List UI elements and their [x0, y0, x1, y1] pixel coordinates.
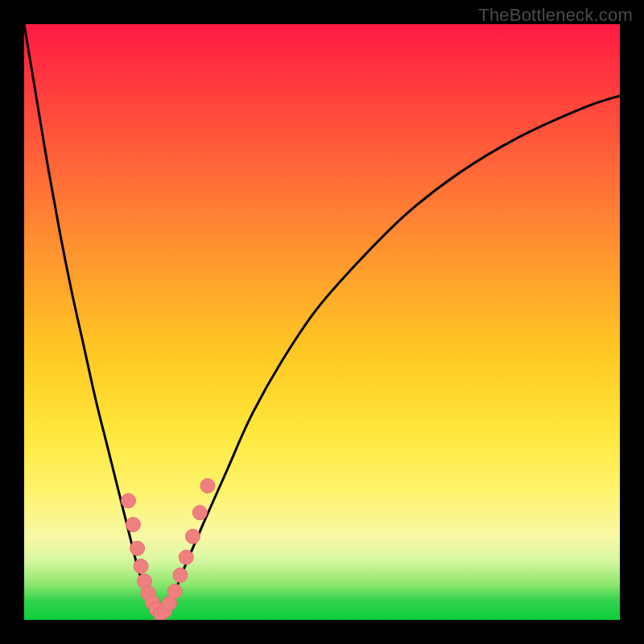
chart-frame: TheBottleneck.com	[0, 0, 644, 644]
marker-point	[192, 506, 207, 520]
bottleneck-curve	[24, 24, 620, 620]
curve-layer	[24, 24, 620, 620]
marker-point	[179, 550, 193, 564]
marker-point	[122, 493, 136, 508]
marker-point	[200, 479, 215, 493]
watermark-text: TheBottleneck.com	[478, 5, 633, 26]
marker-point	[126, 518, 140, 532]
plot-area	[24, 24, 620, 620]
marker-point	[167, 584, 182, 598]
marker-point	[130, 541, 145, 555]
curve-left-branch	[24, 24, 161, 620]
sample-markers	[122, 479, 215, 621]
curve-right-branch	[161, 96, 620, 620]
marker-point	[173, 568, 188, 583]
marker-point	[134, 559, 148, 573]
marker-point	[185, 529, 200, 543]
